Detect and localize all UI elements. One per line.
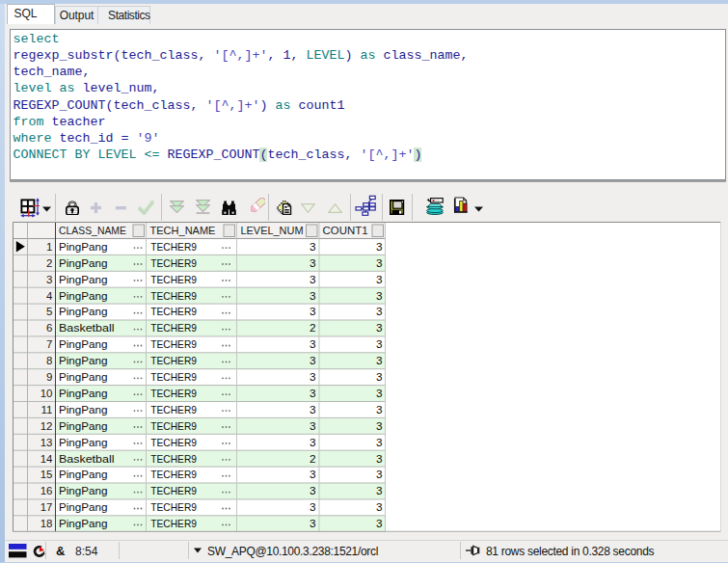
svg-text:TECHER9: TECHER9 bbox=[150, 273, 197, 285]
svg-text:3: 3 bbox=[376, 240, 383, 253]
svg-text:PingPang: PingPang bbox=[59, 370, 107, 383]
svg-text:3: 3 bbox=[310, 468, 316, 480]
svg-text:TECHER9: TECHER9 bbox=[150, 517, 197, 529]
svg-text:TECHER9: TECHER9 bbox=[150, 403, 197, 416]
svg-text:PingPang: PingPang bbox=[59, 500, 107, 513]
svg-text:3: 3 bbox=[310, 403, 316, 416]
svg-text:15: 15 bbox=[40, 469, 53, 480]
svg-text:TECHER9: TECHER9 bbox=[150, 500, 197, 513]
svg-text:3: 3 bbox=[310, 387, 316, 399]
svg-text:TECHER9: TECHER9 bbox=[150, 436, 197, 448]
svg-text:PingPang: PingPang bbox=[59, 273, 107, 285]
svg-text:5: 5 bbox=[46, 306, 52, 317]
svg-text:PingPang: PingPang bbox=[59, 436, 107, 448]
svg-text:13: 13 bbox=[40, 437, 53, 448]
svg-text:3: 3 bbox=[310, 500, 316, 513]
svg-text:3: 3 bbox=[376, 354, 383, 366]
svg-text:Basketball: Basketball bbox=[59, 321, 114, 334]
svg-text:TECHER9: TECHER9 bbox=[150, 419, 197, 432]
svg-text:CLASS_NAME: CLASS_NAME bbox=[59, 224, 126, 236]
svg-text:3: 3 bbox=[310, 256, 316, 269]
svg-text:8: 8 bbox=[46, 355, 52, 366]
svg-text:LEVEL_NUM: LEVEL_NUM bbox=[241, 224, 304, 236]
svg-text:3: 3 bbox=[310, 370, 316, 383]
svg-text:PingPang: PingPang bbox=[59, 337, 107, 350]
svg-text:3: 3 bbox=[310, 354, 316, 366]
svg-text:6: 6 bbox=[46, 322, 52, 334]
svg-text:10: 10 bbox=[40, 388, 53, 399]
svg-text:18: 18 bbox=[40, 518, 53, 529]
svg-text:17: 17 bbox=[40, 501, 53, 513]
svg-text:TECHER9: TECHER9 bbox=[150, 452, 197, 465]
svg-text:TECHER9: TECHER9 bbox=[150, 305, 197, 317]
svg-text:3: 3 bbox=[376, 517, 383, 529]
svg-text:PingPang: PingPang bbox=[59, 240, 107, 253]
svg-text:3: 3 bbox=[376, 468, 383, 480]
svg-text:2: 2 bbox=[310, 321, 316, 334]
svg-text:3: 3 bbox=[376, 436, 383, 448]
svg-text:3: 3 bbox=[376, 289, 383, 302]
svg-text:3: 3 bbox=[46, 274, 52, 285]
svg-text:TECHER9: TECHER9 bbox=[150, 321, 197, 334]
svg-text:PingPang: PingPang bbox=[59, 419, 107, 432]
svg-text:3: 3 bbox=[310, 289, 316, 302]
svg-text:14: 14 bbox=[40, 453, 53, 465]
svg-text:3: 3 bbox=[376, 256, 383, 269]
svg-text:TECHER9: TECHER9 bbox=[150, 289, 197, 302]
svg-text:PingPang: PingPang bbox=[59, 354, 107, 366]
svg-text:PingPang: PingPang bbox=[59, 484, 107, 496]
svg-text:2: 2 bbox=[46, 257, 52, 269]
svg-text:TECHER9: TECHER9 bbox=[150, 256, 197, 269]
svg-text:3: 3 bbox=[310, 419, 316, 432]
svg-text:3: 3 bbox=[310, 337, 316, 350]
svg-text:9: 9 bbox=[46, 371, 52, 383]
svg-text:3: 3 bbox=[376, 403, 383, 416]
svg-text:PingPang: PingPang bbox=[59, 517, 107, 529]
svg-text:PingPang: PingPang bbox=[59, 387, 107, 399]
svg-text:4: 4 bbox=[46, 290, 53, 302]
svg-text:12: 12 bbox=[40, 420, 53, 432]
svg-text:TECHER9: TECHER9 bbox=[150, 354, 197, 366]
svg-text:COUNT1: COUNT1 bbox=[323, 224, 368, 236]
svg-text:TECHER9: TECHER9 bbox=[150, 468, 197, 480]
svg-text:7: 7 bbox=[46, 338, 52, 350]
svg-text:3: 3 bbox=[376, 337, 383, 350]
svg-text:3: 3 bbox=[376, 484, 383, 496]
svg-text:3: 3 bbox=[310, 305, 316, 317]
svg-text:PingPang: PingPang bbox=[59, 468, 107, 480]
svg-text:3: 3 bbox=[310, 517, 316, 529]
svg-text:TECH_NAME: TECH_NAME bbox=[150, 224, 216, 236]
svg-text:3: 3 bbox=[310, 240, 316, 253]
svg-text:PingPang: PingPang bbox=[59, 305, 107, 317]
svg-text:PingPang: PingPang bbox=[59, 256, 107, 269]
svg-text:3: 3 bbox=[376, 370, 383, 383]
svg-text:11: 11 bbox=[41, 404, 53, 416]
svg-text:TECHER9: TECHER9 bbox=[150, 337, 197, 350]
svg-text:16: 16 bbox=[40, 485, 53, 496]
svg-text:3: 3 bbox=[376, 452, 383, 465]
svg-text:TECHER9: TECHER9 bbox=[150, 484, 197, 496]
svg-text:PingPang: PingPang bbox=[59, 403, 107, 416]
svg-text:2: 2 bbox=[310, 452, 316, 465]
svg-text:3: 3 bbox=[310, 273, 316, 285]
svg-text:1: 1 bbox=[46, 241, 52, 253]
svg-text:Basketball: Basketball bbox=[59, 452, 114, 465]
svg-text:TECHER9: TECHER9 bbox=[150, 387, 197, 399]
svg-text:3: 3 bbox=[376, 273, 383, 285]
svg-text:3: 3 bbox=[376, 321, 383, 334]
svg-text:3: 3 bbox=[376, 500, 383, 513]
svg-text:3: 3 bbox=[310, 484, 316, 496]
svg-text:TECHER9: TECHER9 bbox=[150, 370, 197, 383]
svg-text:3: 3 bbox=[376, 305, 383, 317]
svg-text:3: 3 bbox=[310, 436, 316, 448]
svg-text:TECHER9: TECHER9 bbox=[150, 240, 197, 253]
svg-text:PingPang: PingPang bbox=[59, 289, 107, 302]
svg-text:3: 3 bbox=[376, 387, 383, 399]
svg-text:3: 3 bbox=[376, 419, 383, 432]
